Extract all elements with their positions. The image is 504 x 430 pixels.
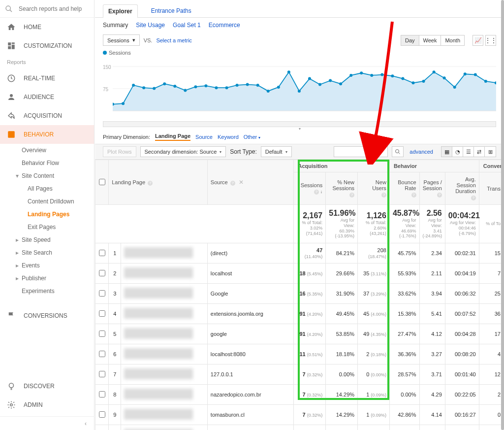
landing-page-cell[interactable] <box>121 324 208 344</box>
view-compare-icon[interactable]: ⇄ <box>474 147 485 157</box>
nav-admin[interactable]: ADMIN <box>0 396 94 414</box>
nav-all-pages[interactable]: All Pages <box>0 182 94 195</box>
select-metric-link[interactable]: Select a metric <box>156 37 192 43</box>
scrollbar[interactable] <box>501 0 504 430</box>
nav-behavior-flow[interactable]: Behavior Flow <box>0 157 94 169</box>
subtab-site-usage[interactable]: Site Usage <box>136 22 165 29</box>
range-week[interactable]: Week <box>419 35 441 45</box>
th-pages-session[interactable]: Pages / Session? <box>419 172 445 205</box>
nav-publisher[interactable]: ▸Publisher <box>0 272 94 285</box>
row-checkbox[interactable] <box>99 310 105 317</box>
subtab-ecommerce[interactable]: Ecommerce <box>209 22 240 29</box>
row-checkbox[interactable] <box>99 351 105 357</box>
row-checkbox[interactable] <box>99 250 105 256</box>
source-cell[interactable]: Google <box>207 284 294 304</box>
source-cell[interactable]: nazaredopico.com.br <box>207 385 294 405</box>
landing-page-cell[interactable] <box>121 385 208 405</box>
source-cell[interactable]: 127.0.0.1 <box>207 364 294 385</box>
view-bars-icon[interactable]: ☰ <box>463 147 474 157</box>
nav-acquisition[interactable]: ACQUISITION <box>0 106 94 125</box>
nav-site-search[interactable]: ▸Site Search <box>0 246 94 259</box>
svg-point-24 <box>215 86 218 89</box>
dim-other[interactable]: Other ▾ <box>244 134 261 140</box>
nav-audience[interactable]: AUDIENCE <box>0 88 94 106</box>
view-table-icon[interactable]: ▦ <box>441 147 452 157</box>
nav-overview[interactable]: Overview <box>0 144 94 157</box>
nav-customization[interactable]: CUSTOMIZATION <box>0 36 94 55</box>
row-checkbox[interactable] <box>99 290 105 297</box>
chart-line-icon[interactable]: 📈 <box>472 35 483 46</box>
th-landing-page[interactable]: Landing Page ? <box>109 160 208 205</box>
nav-realtime[interactable]: REAL-TIME <box>0 69 94 88</box>
tab-entrance-paths[interactable]: Entrance Paths <box>146 4 197 17</box>
subtab-summary[interactable]: Summary <box>103 22 128 29</box>
table-row: 3Google16 (5.35%)31.90%37 (3.29%)33.62%3… <box>95 284 504 304</box>
range-day[interactable]: Day <box>401 35 419 45</box>
nav-site-speed[interactable]: ▸Site Speed <box>0 233 94 246</box>
row-checkbox[interactable] <box>99 411 105 418</box>
landing-page-cell[interactable] <box>121 284 208 304</box>
help-icon[interactable]: ? <box>349 193 354 198</box>
help-icon[interactable]: ? <box>314 190 319 195</box>
help-icon[interactable]: ? <box>230 181 235 186</box>
nav-discover[interactable]: DISCOVER <box>0 377 94 396</box>
nav-content-drilldown[interactable]: Content Drilldown <box>0 195 94 208</box>
nav-experiments[interactable]: Experiments <box>0 285 94 298</box>
th-avg-duration[interactable]: Avg. Session Duration ? <box>445 172 479 205</box>
landing-page-cell[interactable] <box>121 304 208 324</box>
select-all-checkbox[interactable] <box>99 179 105 185</box>
nav-site-content[interactable]: ▾Site Content <box>0 169 94 182</box>
landing-page-cell[interactable] <box>121 264 208 284</box>
nav-home[interactable]: HOME <box>0 18 94 36</box>
metric-selector[interactable]: Sessions▾ <box>103 34 140 46</box>
landing-page-cell[interactable] <box>121 425 208 430</box>
source-cell[interactable]: localhost:8080 <box>207 344 294 364</box>
th-sessions[interactable]: Sessions? ↓ <box>294 172 326 205</box>
help-icon[interactable]: ? <box>471 196 476 200</box>
help-icon[interactable]: ? <box>437 193 442 198</box>
search-input[interactable] <box>19 5 83 12</box>
subtab-goal1[interactable]: Goal Set 1 <box>173 22 201 29</box>
range-month[interactable]: Month <box>441 35 464 45</box>
help-icon[interactable]: ? <box>411 193 416 198</box>
source-cell[interactable]: 4433.ch <box>207 425 294 430</box>
row-checkbox[interactable] <box>99 391 105 397</box>
advanced-link[interactable]: advanced <box>410 149 433 155</box>
new-users-cell: 208 (18.47%) <box>358 243 390 264</box>
source-cell[interactable]: extensions.joomla.org <box>207 304 294 324</box>
nav-exit-pages[interactable]: Exit Pages <box>0 221 94 233</box>
view-pie-icon[interactable]: ◔ <box>452 147 463 157</box>
nav-events[interactable]: ▸Events <box>0 259 94 272</box>
th-pages-session-label: Pages / Session <box>423 179 442 191</box>
th-transactions[interactable]: Trans <box>479 172 504 205</box>
row-checkbox[interactable] <box>99 331 105 337</box>
th-new-sessions[interactable]: % New Sessions? <box>326 172 358 205</box>
help-icon[interactable]: ? <box>381 193 386 198</box>
th-source[interactable]: Source ? ✕ <box>207 160 294 205</box>
source-cell[interactable]: google <box>207 324 294 344</box>
row-checkbox[interactable] <box>99 270 105 276</box>
dim-source[interactable]: Source <box>195 134 213 140</box>
landing-page-cell[interactable] <box>121 364 208 385</box>
landing-page-cell[interactable] <box>121 344 208 364</box>
view-pivot-icon[interactable]: ⊞ <box>485 147 496 157</box>
source-cell[interactable]: tomasburon.cl <box>207 405 294 425</box>
tab-explorer[interactable]: Explorer <box>103 4 138 18</box>
dim-landing-page[interactable]: Landing Page <box>155 133 190 141</box>
source-cell[interactable]: (direct) <box>207 243 294 264</box>
help-icon[interactable]: ? <box>148 181 153 186</box>
landing-page-cell[interactable] <box>121 405 208 425</box>
nav-conversions[interactable]: CONVERSIONS <box>0 306 94 325</box>
landing-page-cell[interactable] <box>121 243 208 264</box>
th-bounce[interactable]: Bounce Rate? <box>389 172 419 205</box>
sidebar-collapse[interactable]: ‹ <box>0 416 94 430</box>
chart-motion-icon[interactable]: ⋮⋮ <box>485 35 496 46</box>
secondary-dimension-selector[interactable]: Secondary dimension: Source▾ <box>140 146 226 157</box>
nav-landing-pages[interactable]: Landing Pages <box>0 208 94 221</box>
row-checkbox[interactable] <box>99 371 105 377</box>
nav-behavior[interactable]: BEHAVIOR <box>0 125 94 144</box>
remove-dimension-icon[interactable]: ✕ <box>239 179 244 186</box>
dim-keyword[interactable]: Keyword <box>218 134 239 140</box>
th-new-users[interactable]: New Users? <box>358 172 390 205</box>
source-cell[interactable]: localhost <box>207 264 294 284</box>
